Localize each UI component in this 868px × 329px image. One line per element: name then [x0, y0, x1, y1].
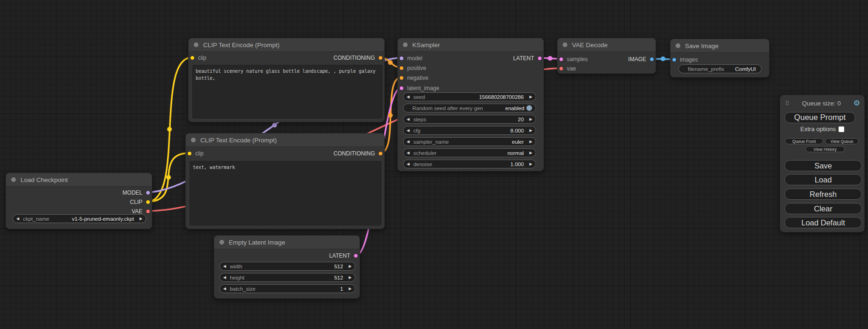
input-slot-clip[interactable]: clip	[187, 149, 204, 158]
output-slot-latent[interactable]: LATENT	[513, 54, 542, 63]
positive-input-dot[interactable]	[399, 66, 404, 70]
enabled-toggle-icon[interactable]	[526, 105, 532, 111]
node-save-image[interactable]: Save Image images filename_prefix ComfyU…	[670, 39, 769, 77]
widget-ckpt-name[interactable]: ◀ ckpt_name v1-5-pruned-emaonly.ckpt ▶	[13, 214, 146, 223]
node-vae-decode[interactable]: VAE Decode samples vae IMAGE	[557, 38, 656, 74]
decrement-arrow-icon[interactable]: ◀	[223, 265, 226, 268]
node-title-bar[interactable]: Load Checkpoint	[6, 173, 152, 187]
node-title-bar[interactable]: Save Image	[670, 39, 769, 53]
node-title-bar[interactable]: CLIP Text Encode (Prompt)	[189, 38, 384, 52]
node-load-checkpoint[interactable]: Load Checkpoint MODEL CLIP VAE ◀ ckpt_na…	[6, 173, 152, 229]
decrement-arrow-icon[interactable]: ◀	[223, 276, 226, 280]
decrement-arrow-icon[interactable]: ◀	[407, 129, 409, 133]
output-slot-latent[interactable]: LATENT	[329, 251, 358, 260]
comfyui-canvas[interactable]: Load Checkpoint MODEL CLIP VAE ◀ ckpt_na…	[0, 0, 868, 329]
collapse-dot-icon[interactable]	[403, 42, 408, 47]
output-slot-conditioning[interactable]: CONDITIONING	[333, 53, 383, 63]
output-slot-image[interactable]: IMAGE	[628, 55, 654, 64]
input-slot-latent-image[interactable]: latent_image	[399, 84, 439, 93]
increment-arrow-icon[interactable]: ▶	[349, 287, 352, 291]
prev-value-arrow-icon[interactable]: ◀	[407, 140, 409, 144]
collapse-dot-icon[interactable]	[219, 240, 224, 245]
clip-input-dot[interactable]	[187, 151, 192, 156]
input-slot-samples[interactable]: samples	[559, 55, 588, 64]
widget-filename-prefix[interactable]: filename_prefix ComfyUI	[678, 64, 762, 73]
prev-value-arrow-icon[interactable]: ◀	[407, 151, 409, 155]
output-slot-model[interactable]: MODEL	[122, 188, 150, 197]
view-history-button[interactable]: View History	[805, 146, 845, 152]
prev-value-arrow-icon[interactable]: ◀	[16, 217, 19, 221]
next-value-arrow-icon[interactable]: ▶	[529, 151, 532, 155]
negative-input-dot[interactable]	[399, 76, 404, 80]
drag-handle-icon[interactable]: ⠿	[785, 100, 790, 106]
node-title-bar[interactable]: CLIP Text Encode (Prompt)	[186, 133, 384, 147]
latent-output-dot[interactable]	[353, 253, 358, 258]
widget-steps[interactable]: ◀ steps 20 ▶	[403, 115, 536, 124]
widget-sampler-name[interactable]: ◀ sampler_name euler ▶	[403, 137, 536, 146]
next-value-arrow-icon[interactable]: ▶	[529, 140, 532, 144]
input-slot-images[interactable]: images	[672, 55, 698, 64]
increment-arrow-icon[interactable]: ▶	[349, 265, 352, 268]
images-input-dot[interactable]	[672, 57, 677, 62]
image-output-dot[interactable]	[649, 57, 654, 62]
decrement-arrow-icon[interactable]: ◀	[407, 95, 409, 99]
node-ksampler[interactable]: KSampler model positive negative latent_…	[397, 38, 544, 171]
decrement-arrow-icon[interactable]: ◀	[407, 118, 409, 121]
decrement-arrow-icon[interactable]: ◀	[223, 287, 226, 291]
load-default-button[interactable]: Load Default	[784, 217, 862, 228]
increment-arrow-icon[interactable]: ▶	[529, 118, 532, 121]
conditioning-output-dot[interactable]	[378, 56, 383, 60]
decrement-arrow-icon[interactable]: ◀	[407, 162, 409, 166]
node-title-bar[interactable]: Empty Latent Image	[214, 236, 360, 249]
samples-input-dot[interactable]	[559, 57, 564, 62]
widget-seed[interactable]: ◀ seed 156680208700286 ▶	[403, 92, 536, 101]
vae-input-dot[interactable]	[559, 66, 564, 71]
input-slot-vae[interactable]: vae	[559, 64, 576, 73]
output-slot-clip[interactable]: CLIP	[130, 197, 150, 207]
node-clip-text-encode-negative[interactable]: CLIP Text Encode (Prompt) clip CONDITION…	[185, 133, 385, 229]
clip-output-dot[interactable]	[146, 200, 150, 204]
widget-batch-size[interactable]: ◀ batch_size 1 ▶	[219, 284, 355, 293]
widget-scheduler[interactable]: ◀ scheduler normal ▶	[403, 148, 536, 157]
collapse-dot-icon[interactable]	[194, 42, 198, 47]
input-slot-model[interactable]: model	[399, 54, 423, 63]
increment-arrow-icon[interactable]: ▶	[529, 95, 532, 99]
positive-prompt-textarea[interactable]: beautiful scenery nature glass bottle la…	[192, 65, 382, 119]
input-slot-clip[interactable]: clip	[190, 53, 206, 63]
increment-arrow-icon[interactable]: ▶	[529, 129, 532, 133]
next-value-arrow-icon[interactable]: ▶	[140, 217, 142, 221]
queue-prompt-button[interactable]: Queue Prompt	[784, 112, 855, 123]
collapse-dot-icon[interactable]	[676, 43, 680, 48]
conditioning-output-dot[interactable]	[378, 151, 383, 156]
node-title-bar[interactable]: KSampler	[398, 38, 543, 52]
load-button[interactable]: Load	[784, 174, 862, 185]
settings-gear-icon[interactable]: ⚙	[854, 99, 860, 107]
widget-cfg[interactable]: ◀ cfg 8.000 ▶	[403, 126, 536, 135]
collapse-dot-icon[interactable]	[563, 42, 567, 47]
model-input-dot[interactable]	[399, 56, 404, 61]
widget-random-seed-toggle[interactable]: Random seed after every gen enabled	[403, 104, 536, 112]
model-output-dot[interactable]	[146, 190, 150, 195]
input-slot-negative[interactable]: negative	[399, 73, 428, 83]
negative-prompt-textarea[interactable]: text, watermark	[190, 161, 381, 225]
clear-button[interactable]: Clear	[784, 203, 862, 214]
widget-width[interactable]: ◀ width 512 ▶	[219, 262, 355, 271]
input-slot-positive[interactable]: positive	[399, 63, 426, 73]
increment-arrow-icon[interactable]: ▶	[349, 276, 352, 280]
increment-arrow-icon[interactable]: ▶	[529, 162, 532, 166]
queue-front-button[interactable]: Queue Front	[785, 138, 823, 144]
node-empty-latent-image[interactable]: Empty Latent Image LATENT ◀ width 512 ▶ …	[214, 235, 360, 299]
node-title-bar[interactable]: VAE Decode	[557, 38, 656, 52]
extra-options-checkbox[interactable]	[839, 126, 844, 132]
widget-denoise[interactable]: ◀ denoise 1.000 ▶	[403, 160, 536, 168]
save-button[interactable]: Save	[784, 160, 862, 171]
queue-menu-panel[interactable]: ⠿ Queue size: 0 ⚙ Queue Prompt Extra opt…	[780, 95, 865, 232]
view-queue-button[interactable]: View Queue	[825, 138, 859, 144]
latent-output-dot[interactable]	[537, 56, 542, 61]
node-clip-text-encode-positive[interactable]: CLIP Text Encode (Prompt) clip CONDITION…	[188, 38, 385, 122]
output-slot-conditioning[interactable]: CONDITIONING	[333, 149, 383, 158]
widget-height[interactable]: ◀ height 512 ▶	[219, 273, 355, 282]
vae-output-dot[interactable]	[146, 209, 150, 214]
refresh-button[interactable]: Refresh	[784, 189, 862, 200]
collapse-dot-icon[interactable]	[191, 138, 196, 142]
